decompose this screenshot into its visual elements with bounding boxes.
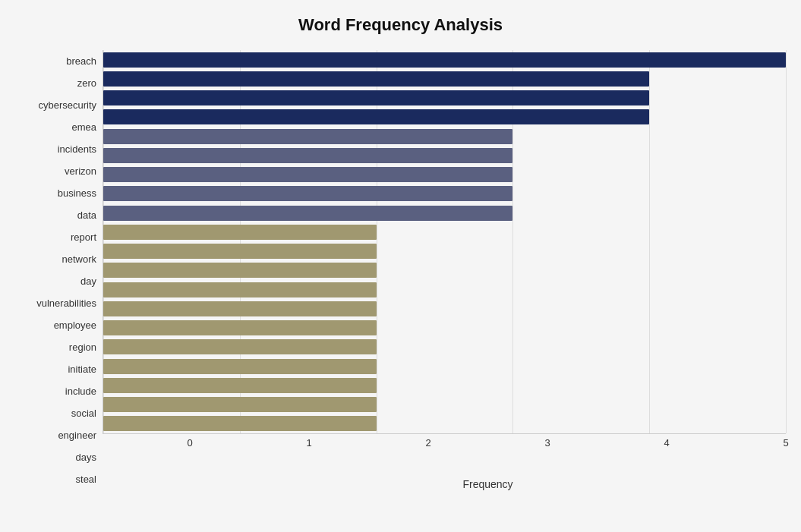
bar bbox=[103, 244, 377, 259]
bar-row bbox=[103, 185, 786, 202]
y-label: verizon bbox=[15, 166, 96, 176]
y-label: region bbox=[15, 342, 96, 352]
bar bbox=[103, 129, 512, 144]
x-tick-label: 0 bbox=[187, 437, 192, 449]
chart-title: Word Frequency Analysis bbox=[15, 15, 786, 35]
bar bbox=[103, 282, 377, 297]
bar-row bbox=[103, 128, 786, 145]
bar-row bbox=[103, 338, 786, 355]
grid-line bbox=[377, 50, 377, 433]
grid-line bbox=[786, 50, 787, 433]
chart-container: Word Frequency Analysis breachzerocybers… bbox=[0, 0, 801, 532]
bar-row bbox=[103, 320, 786, 336]
bar-row bbox=[103, 147, 786, 164]
bar bbox=[103, 90, 649, 105]
bar bbox=[103, 359, 377, 374]
y-label: zero bbox=[15, 78, 96, 88]
y-label: data bbox=[15, 210, 96, 220]
bar bbox=[103, 339, 377, 354]
x-tick-label: 3 bbox=[544, 437, 550, 449]
y-label: emea bbox=[15, 122, 96, 132]
bar-row bbox=[103, 71, 786, 87]
y-label: social bbox=[15, 408, 96, 418]
y-label: business bbox=[15, 188, 96, 198]
bar bbox=[103, 148, 512, 163]
bar-row bbox=[103, 358, 786, 375]
bar bbox=[103, 71, 649, 87]
bar bbox=[103, 263, 377, 278]
x-axis: 012345 bbox=[190, 434, 786, 457]
bar-row bbox=[103, 415, 786, 432]
x-tick-label: 1 bbox=[306, 437, 311, 449]
y-label: report bbox=[15, 232, 96, 242]
y-label: breach bbox=[15, 56, 96, 66]
y-label: incidents bbox=[15, 144, 96, 154]
x-axis-label: Frequency bbox=[190, 478, 786, 490]
y-label: days bbox=[15, 452, 96, 462]
bar bbox=[103, 186, 512, 201]
y-label: initiate bbox=[15, 364, 96, 374]
y-label: cybersecurity bbox=[15, 100, 96, 110]
bar-row bbox=[103, 243, 786, 260]
bar-row bbox=[103, 205, 786, 222]
grid-line bbox=[512, 50, 513, 433]
x-tick-label: 5 bbox=[783, 437, 788, 449]
y-label: vulnerabilities bbox=[15, 298, 96, 308]
bars-area bbox=[102, 50, 786, 434]
bar-row bbox=[103, 262, 786, 279]
bar bbox=[103, 109, 649, 124]
x-tick-label: 2 bbox=[425, 437, 430, 449]
y-label: day bbox=[15, 276, 96, 286]
y-labels: breachzerocybersecurityemeaincidentsveri… bbox=[15, 50, 102, 490]
bar bbox=[103, 225, 377, 240]
y-label: employee bbox=[15, 320, 96, 330]
bar-row bbox=[103, 396, 786, 413]
bar-row bbox=[103, 90, 786, 106]
grid-line bbox=[649, 50, 650, 433]
bar-row bbox=[103, 282, 786, 298]
bar-row bbox=[103, 109, 786, 125]
bar bbox=[103, 206, 512, 221]
bar-row bbox=[103, 301, 786, 317]
grid-line bbox=[240, 50, 241, 433]
bar bbox=[103, 320, 377, 335]
bar bbox=[103, 167, 512, 182]
bar bbox=[103, 416, 377, 431]
chart-area: breachzerocybersecurityemeaincidentsveri… bbox=[15, 50, 786, 490]
bar bbox=[103, 397, 377, 412]
x-tick-label: 4 bbox=[664, 437, 669, 449]
bar bbox=[103, 52, 786, 68]
bar bbox=[103, 378, 377, 393]
y-label: engineer bbox=[15, 430, 96, 440]
grid-line bbox=[103, 50, 104, 433]
y-label: steal bbox=[15, 474, 96, 484]
y-label: include bbox=[15, 386, 96, 396]
bar bbox=[103, 301, 377, 316]
bar-row bbox=[103, 166, 786, 183]
y-label: network bbox=[15, 254, 96, 264]
bar-row bbox=[103, 224, 786, 241]
bar-row bbox=[103, 52, 786, 68]
bar-row bbox=[103, 377, 786, 394]
